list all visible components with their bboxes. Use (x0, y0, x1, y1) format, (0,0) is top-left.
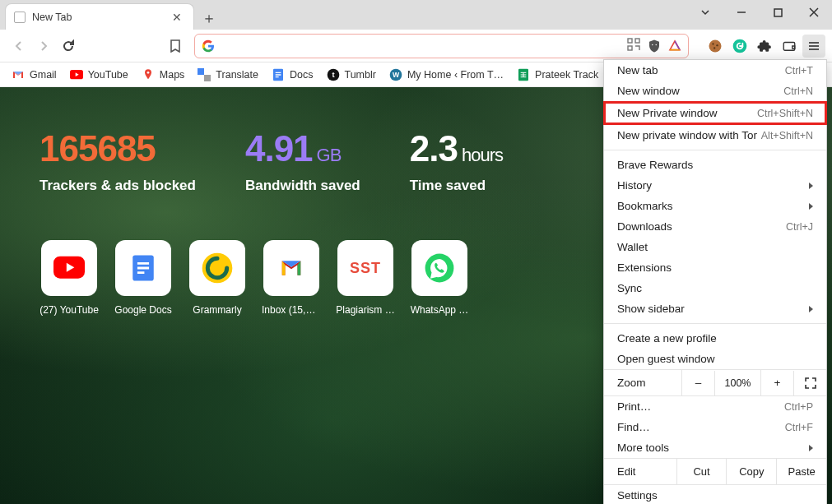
stat-value: 4.91GB (245, 128, 360, 169)
browser-tab[interactable]: New Tab ✕ (5, 3, 194, 30)
tile-label: Grammarly (188, 304, 247, 316)
bookmark-youtube[interactable]: YouTube (70, 68, 128, 81)
bookmark-label: Gmail (30, 69, 57, 81)
menu-history[interactable]: History (604, 175, 826, 196)
svg-rect-14 (198, 68, 204, 75)
bookmark-wordpress[interactable]: W My Home ‹ From T… (389, 68, 504, 81)
edit-cut[interactable]: Cut (676, 459, 727, 484)
stat-bandwidth: 4.91GB Bandwidth saved (245, 128, 360, 194)
close-tab-icon[interactable]: ✕ (169, 9, 185, 25)
menu-extensions[interactable]: Extensions (604, 257, 826, 278)
window-close-icon[interactable] (796, 0, 832, 25)
toolbar (0, 30, 832, 62)
menu-show-sidebar[interactable]: Show sidebar (604, 298, 826, 319)
menu-new-private-window[interactable]: New Private windowCtrl+Shift+N (603, 101, 827, 125)
stat-caption: Time saved (410, 178, 503, 194)
menu-zoom-row: Zoom – 100% + (604, 369, 826, 396)
wordpress-icon: W (389, 68, 402, 81)
zoom-out-button[interactable]: – (681, 370, 714, 395)
bookmark-label: Translate (216, 69, 258, 81)
svg-rect-3 (628, 46, 632, 50)
extensions-puzzle-icon[interactable] (756, 38, 773, 54)
menu-downloads[interactable]: DownloadsCtrl+J (604, 216, 826, 237)
edit-label: Edit (604, 459, 676, 484)
stat-trackers: 165685 Trackers & ads blocked (40, 128, 196, 194)
tile-gmail[interactable]: Inbox (15,666) (262, 240, 321, 316)
translate-icon (198, 68, 211, 81)
window-titlebar: New Tab ✕ ＋ (0, 0, 832, 30)
tile-label: WhatsApp … (410, 304, 469, 316)
svg-rect-2 (635, 39, 639, 43)
cookie-extension-icon[interactable] (707, 38, 723, 54)
bookmark-maps[interactable]: Maps (142, 68, 185, 81)
edit-paste[interactable]: Paste (776, 459, 826, 484)
bookmark-translate[interactable]: Translate (198, 68, 258, 81)
grammarly-extension-icon[interactable] (732, 38, 748, 54)
stat-caption: Bandwidth saved (245, 178, 360, 194)
tile-label: (27) YouTube (40, 304, 99, 316)
menu-create-profile[interactable]: Create a new profile (604, 328, 826, 349)
forward-button[interactable] (31, 34, 56, 58)
bookmark-gmail[interactable]: Gmail (12, 68, 57, 81)
window-maximize-icon[interactable] (760, 0, 796, 25)
gmail-icon (12, 68, 25, 81)
window-minimize-icon[interactable] (723, 0, 760, 25)
main-menu-button[interactable] (802, 35, 825, 58)
stat-value: 165685 (40, 128, 196, 169)
tile-youtube[interactable]: (27) YouTube (40, 240, 99, 316)
edit-copy[interactable]: Copy (726, 459, 776, 484)
qr-icon[interactable] (627, 38, 640, 54)
menu-sync[interactable]: Sync (604, 278, 826, 298)
menu-new-tab[interactable]: New tabCtrl+T (604, 60, 826, 81)
bookmark-sheets[interactable]: Prateek Track (517, 68, 598, 81)
menu-settings[interactable]: Settings (604, 485, 826, 504)
window-dropdown-icon[interactable] (687, 0, 723, 25)
bookmark-label: Docs (290, 69, 313, 81)
bookmark-label: Maps (160, 69, 185, 81)
zoom-in-button[interactable]: + (760, 370, 793, 395)
bookmark-tumblr[interactable]: t Tumblr (327, 68, 376, 81)
menu-bookmarks[interactable]: Bookmarks (604, 196, 826, 216)
menu-new-tor-window[interactable]: New private window with TorAlt+Shift+N (604, 125, 826, 146)
menu-guest-window[interactable]: Open guest window (604, 349, 826, 369)
brave-rewards-icon[interactable] (668, 39, 681, 53)
svg-rect-1 (628, 39, 632, 43)
tile-grammarly[interactable]: Grammarly (188, 240, 247, 316)
fullscreen-button[interactable] (793, 371, 826, 395)
bookmark-this-page-icon[interactable] (163, 34, 188, 58)
chevron-right-icon (809, 306, 813, 312)
tab-favicon (14, 12, 26, 23)
address-input[interactable] (221, 39, 627, 53)
tile-whatsapp[interactable]: WhatsApp … (410, 240, 469, 316)
new-tab-button[interactable]: ＋ (198, 7, 221, 30)
wallet-icon[interactable] (781, 38, 797, 54)
bookmark-docs[interactable]: Docs (272, 68, 313, 81)
tumblr-icon: t (327, 68, 340, 81)
reload-button[interactable] (56, 34, 81, 58)
chevron-right-icon (809, 445, 813, 451)
menu-new-window[interactable]: New windowCtrl+N (604, 81, 826, 101)
tile-docs[interactable]: Google Docs (114, 240, 173, 316)
youtube-icon (70, 68, 83, 81)
svg-point-5 (656, 44, 658, 45)
maps-icon (142, 68, 155, 81)
brave-shield-icon[interactable] (647, 39, 662, 53)
svg-text:t: t (332, 71, 334, 79)
svg-point-7 (712, 43, 713, 44)
menu-find[interactable]: Find…Ctrl+F (604, 417, 826, 437)
tile-sst[interactable]: SST Plagiarism … (336, 240, 395, 316)
tab-title: New Tab (32, 12, 169, 23)
menu-more-tools[interactable]: More tools (604, 437, 826, 458)
menu-edit-row: Edit Cut Copy Paste (604, 458, 826, 485)
zoom-label: Zoom (604, 370, 681, 395)
menu-print[interactable]: Print…Ctrl+P (604, 396, 826, 417)
stat-value: 2.3hours (410, 128, 503, 169)
menu-brave-rewards[interactable]: Brave Rewards (604, 155, 826, 175)
svg-rect-15 (204, 75, 211, 81)
address-bar[interactable] (194, 34, 689, 58)
svg-point-4 (652, 44, 653, 45)
back-button[interactable] (7, 34, 31, 58)
svg-point-13 (146, 72, 149, 74)
chevron-right-icon (809, 203, 813, 210)
menu-wallet[interactable]: Wallet (604, 237, 826, 257)
